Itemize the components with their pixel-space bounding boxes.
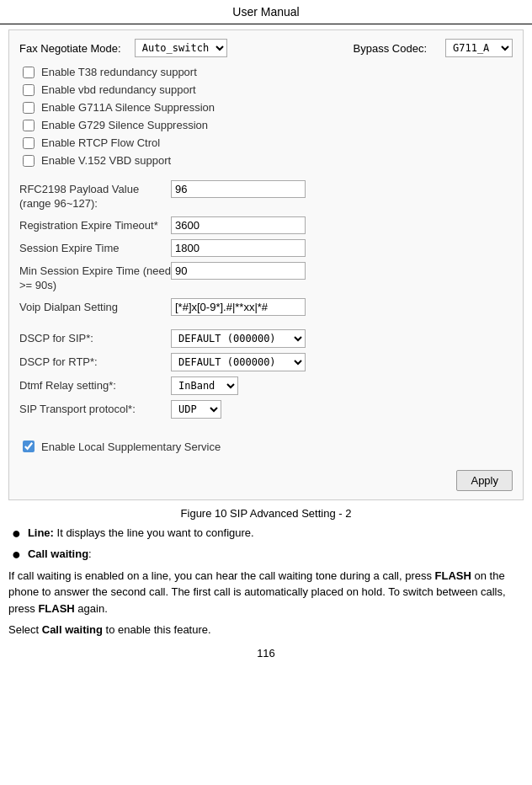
body-text-select: Select Call waiting to enable this featu… xyxy=(8,622,524,638)
flash-bold-2: FLASH xyxy=(38,602,74,615)
bullet-callwaiting-term: Call waiting xyxy=(28,547,88,560)
page-number: 116 xyxy=(0,647,532,660)
sip-transport-label: SIP Transport protocol*: xyxy=(19,403,171,415)
bullet-callwaiting-colon: : xyxy=(88,547,92,560)
dtmf-label: Dtmf Relay setting*: xyxy=(19,379,171,392)
g729-checkbox[interactable] xyxy=(23,120,35,131)
bullet-dot-line: ● xyxy=(12,525,21,543)
bypass-codec-select[interactable]: G711_A xyxy=(445,39,513,57)
session-expire-row: Session Expire Time xyxy=(19,239,513,257)
checkbox-v152: Enable V.152 VBD support xyxy=(19,154,513,167)
dscp-sip-label: DSCP for SIP*: xyxy=(19,332,171,344)
figure-caption: Figure 10 SIP Advanced Setting - 2 xyxy=(8,507,524,520)
v152-label: Enable V.152 VBD support xyxy=(41,154,171,167)
vbd-checkbox[interactable] xyxy=(23,84,35,96)
g711a-label: Enable G711A Silence Suppression xyxy=(41,101,215,114)
v152-checkbox[interactable] xyxy=(23,155,35,167)
voip-dialpan-input[interactable] xyxy=(171,298,306,316)
rtcp-label: Enable RTCP Flow Ctrol xyxy=(41,136,160,149)
call-waiting-bold: Call waiting xyxy=(42,623,103,636)
min-session-expire-row: Min Session Expire Time (need >= 90s) xyxy=(19,262,513,293)
apply-button[interactable]: Apply xyxy=(456,470,513,491)
min-session-expire-label: Min Session Expire Time (need >= 90s) xyxy=(19,262,171,293)
bullet-line-term: Line: xyxy=(28,526,54,539)
dscp-rtp-label: DSCP for RTP*: xyxy=(19,355,171,368)
bullet-callwaiting: ● Call waiting: xyxy=(12,546,524,564)
bypass-codec-label: Bypass Codec: xyxy=(354,42,427,55)
checkbox-rtcp: Enable RTCP Flow Ctrol xyxy=(19,136,513,149)
checkbox-t38: Enable T38 redundancy support xyxy=(19,66,513,78)
checkbox-g711a: Enable G711A Silence Suppression xyxy=(19,101,513,114)
voip-dialpan-row: Voip Dialpan Setting xyxy=(19,298,513,316)
min-session-expire-input[interactable] xyxy=(171,262,306,280)
bullet-dot-callwaiting: ● xyxy=(12,546,21,564)
rfc2198-input[interactable] xyxy=(171,180,306,198)
g711a-checkbox[interactable] xyxy=(23,102,35,114)
session-expire-label: Session Expire Time xyxy=(19,239,171,256)
local-supplementary-label: Enable Local Supplementary Service xyxy=(41,441,221,453)
local-supplementary-row: Enable Local Supplementary Service xyxy=(19,441,513,453)
local-supplementary-checkbox[interactable] xyxy=(23,441,35,452)
fax-negotiate-label: Fax Negotiate Mode: xyxy=(19,42,121,55)
sip-transport-select[interactable]: UDP xyxy=(171,400,221,419)
page-title: User Manual xyxy=(0,0,532,24)
session-expire-input[interactable] xyxy=(171,239,306,257)
t38-label: Enable T38 redundancy support xyxy=(41,66,197,78)
rfc2198-row: RFC2198 Payload Value (range 96~127): xyxy=(19,180,513,211)
body-text-callwaiting: If call waiting is enabled on a line, yo… xyxy=(8,568,524,617)
reg-expire-label: Registration Expire Timeout* xyxy=(19,216,171,233)
checkbox-g729: Enable G729 Silence Suppression xyxy=(19,119,513,131)
sip-transport-row: SIP Transport protocol*: UDP xyxy=(19,400,513,419)
t38-checkbox[interactable] xyxy=(23,67,35,78)
bullet-callwaiting-text: Call waiting: xyxy=(28,546,92,563)
bullet-line-body: It displays the line you want to configu… xyxy=(54,526,254,539)
dscp-rtp-select[interactable]: DEFAULT (000000) xyxy=(171,353,306,371)
reg-expire-input[interactable] xyxy=(171,216,306,234)
dscp-rtp-row: DSCP for RTP*: DEFAULT (000000) xyxy=(19,353,513,371)
dscp-sip-select[interactable]: DEFAULT (000000) xyxy=(171,329,306,348)
fax-negotiate-select[interactable]: Auto_switch xyxy=(135,39,227,57)
g729-label: Enable G729 Silence Suppression xyxy=(41,119,208,131)
dtmf-select[interactable]: InBand xyxy=(171,376,238,395)
flash-bold-1: FLASH xyxy=(435,569,471,582)
dtmf-row: Dtmf Relay setting*: InBand xyxy=(19,376,513,395)
apply-row: Apply xyxy=(19,465,513,491)
dscp-sip-row: DSCP for SIP*: DEFAULT (000000) xyxy=(19,329,513,348)
bullet-line-text: Line: It displays the line you want to c… xyxy=(28,525,254,542)
voip-dialpan-label: Voip Dialpan Setting xyxy=(19,298,171,315)
checkbox-vbd: Enable vbd redundancy support xyxy=(19,83,513,96)
reg-expire-row: Registration Expire Timeout* xyxy=(19,216,513,234)
content-panel: Fax Negotiate Mode: Auto_switch Bypass C… xyxy=(8,29,524,500)
rtcp-checkbox[interactable] xyxy=(23,137,35,149)
vbd-label: Enable vbd redundancy support xyxy=(41,83,196,96)
bullet-line: ● Line: It displays the line you want to… xyxy=(12,525,524,543)
fax-negotiate-row: Fax Negotiate Mode: Auto_switch Bypass C… xyxy=(19,39,513,57)
rfc2198-label: RFC2198 Payload Value (range 96~127): xyxy=(19,180,171,211)
